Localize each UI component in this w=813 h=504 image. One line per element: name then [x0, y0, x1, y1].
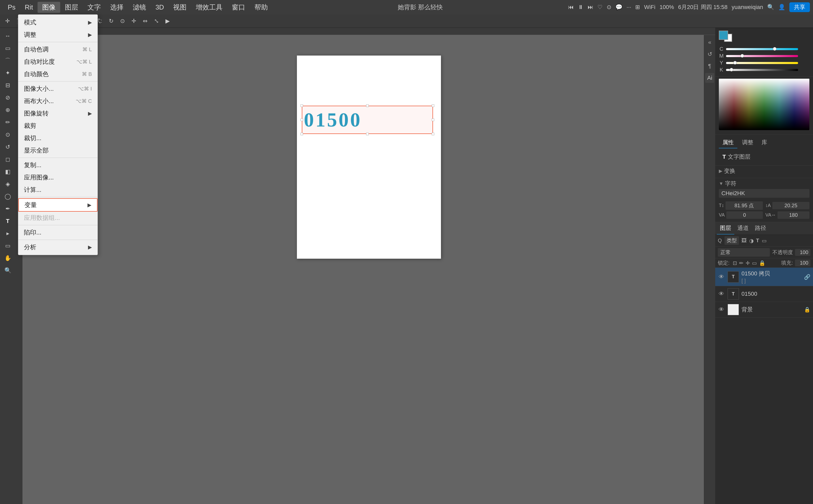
menu-item-rit[interactable]: Rit — [20, 2, 38, 12]
text-layer-container[interactable]: 01500 — [302, 106, 433, 134]
transform-handle-tm[interactable] — [366, 104, 369, 107]
prop-tab-library[interactable]: 库 — [758, 137, 771, 148]
menu-auto-color[interactable]: 自动颜色 ⌘ B — [18, 68, 97, 80]
lock-artboard-icon[interactable]: ▭ — [752, 260, 757, 266]
layers-tab-layers[interactable]: 图层 — [717, 222, 734, 235]
transform-handle-ml[interactable] — [300, 119, 303, 121]
transform-handle-mr[interactable] — [432, 119, 434, 121]
font-name-display[interactable]: CHei2HK — [719, 189, 809, 198]
tool-blur[interactable]: ◈ — [2, 178, 13, 190]
more-icon[interactable]: ··· — [627, 4, 631, 11]
transform-handle-bm[interactable] — [366, 133, 369, 135]
layers-tab-channels[interactable]: 通道 — [734, 222, 752, 235]
tool-text[interactable]: T — [2, 215, 13, 227]
lock-transparent-icon[interactable]: ⊡ — [733, 260, 737, 266]
tool-shape[interactable]: ▭ — [2, 240, 13, 251]
m-slider[interactable] — [726, 55, 798, 57]
menu-auto-contrast[interactable]: 自动对比度 ⌥⌘ L — [18, 56, 97, 68]
lock-all-icon[interactable]: 🔒 — [759, 260, 765, 266]
layer-item-background[interactable]: 👁 背景 🔒 — [715, 302, 813, 318]
lock-image-icon[interactable]: ✏ — [739, 260, 744, 266]
tool-magic-wand[interactable]: ✦ — [2, 67, 13, 79]
layers-tab-paths[interactable]: 路径 — [752, 222, 769, 235]
menu-trap[interactable]: 陷印... — [18, 226, 97, 239]
3d-rotate-icon[interactable]: ↻ — [107, 17, 115, 25]
layer-filter-icon-shape[interactable]: ▭ — [762, 238, 767, 244]
tool-eyedropper[interactable]: ⊘ — [2, 92, 13, 103]
tool-zoom[interactable]: 🔍 — [2, 265, 13, 276]
lock-position-icon[interactable]: ✛ — [746, 260, 750, 266]
transform-handle-br[interactable] — [432, 133, 434, 135]
c-thumb[interactable] — [773, 47, 776, 51]
canvas-area[interactable]: 01500 — [23, 35, 715, 504]
transform-handle-tr[interactable] — [432, 104, 434, 107]
tool-pen[interactable]: ✒ — [2, 203, 13, 214]
fill-value[interactable]: 100 — [795, 259, 810, 266]
menu-reveal-all[interactable]: 显示全部 — [18, 144, 97, 157]
layer-visibility-icon-3[interactable]: 👁 — [718, 306, 725, 313]
paragraph-icon[interactable]: ¶ — [705, 61, 715, 71]
tool-spot-heal[interactable]: ⊕ — [2, 104, 13, 116]
menu-calculate[interactable]: 计算... — [18, 184, 97, 196]
tool-crop[interactable]: ⊟ — [2, 80, 13, 91]
layer-filter-icon-adj[interactable]: ◑ — [749, 238, 754, 244]
y-thumb[interactable] — [733, 61, 737, 65]
tool-path-select[interactable]: ▸ — [2, 228, 13, 239]
transform-handle-bl[interactable] — [300, 133, 303, 135]
menu-trim[interactable]: 裁切... — [18, 132, 97, 144]
playback-prev-icon[interactable]: ⏮ — [568, 4, 574, 11]
layer-type-filter[interactable]: 类型 — [725, 236, 739, 245]
collapse-icon[interactable]: « — [705, 38, 715, 47]
menu-item-select[interactable]: 选择 — [105, 2, 128, 13]
tool-history-brush[interactable]: ↺ — [2, 141, 13, 153]
layer-item-01500-copy[interactable]: 👁 T 01500 拷贝 [ ] 🔗 — [715, 268, 813, 286]
3d-orbit-icon[interactable]: ⊙ — [118, 17, 127, 25]
search-layers-icon[interactable]: Q — [718, 238, 722, 244]
move-tool-icon[interactable]: ✛ — [3, 17, 12, 25]
menu-item-text[interactable]: 文字 — [83, 2, 105, 13]
menu-image-mode[interactable]: 模式 ▶ — [18, 16, 97, 29]
menu-item-3d[interactable]: 3D — [151, 2, 168, 12]
transform-header[interactable]: ▶ 变换 — [719, 167, 809, 175]
menu-item-plugins[interactable]: 增效工具 — [191, 2, 227, 13]
ai-label[interactable]: Ai — [705, 73, 715, 83]
font-size-value[interactable]: 81.95 点 — [726, 201, 763, 210]
prop-tab-adjustments[interactable]: 调整 — [738, 137, 757, 148]
tool-dodge[interactable]: ◯ — [2, 191, 13, 202]
menu-image-size[interactable]: 图像大小... ⌥⌘ I — [18, 83, 97, 95]
grid-icon[interactable]: ⊞ — [635, 4, 640, 11]
menu-auto-tone[interactable]: 自动色调 ⌘ L — [18, 43, 97, 56]
layer-visibility-icon-2[interactable]: 👁 — [718, 291, 725, 297]
menu-item-window[interactable]: 窗口 — [227, 2, 250, 13]
3d-pan-icon[interactable]: ✛ — [129, 17, 138, 25]
c-slider[interactable] — [726, 48, 798, 50]
layer-link-icon-1[interactable]: 🔗 — [804, 274, 810, 280]
3d-scale-icon[interactable]: ⤡ — [152, 17, 161, 25]
menu-item-filter[interactable]: 滤镜 — [128, 2, 151, 13]
menu-apply-image[interactable]: 应用图像... — [18, 171, 97, 184]
color-spectrum[interactable] — [719, 79, 809, 130]
menu-image-rotate[interactable]: 图像旋转 ▶ — [18, 107, 97, 120]
tool-hand[interactable]: ✋ — [2, 253, 13, 264]
transform-handle-tl[interactable] — [300, 104, 303, 107]
menu-item-view[interactable]: 视图 — [168, 2, 191, 13]
layer-filter-icon-image[interactable]: 🖼 — [742, 238, 747, 244]
tool-gradient[interactable]: ◧ — [2, 166, 13, 177]
prop-tab-attributes[interactable]: 属性 — [719, 137, 737, 148]
k-slider[interactable] — [726, 69, 798, 71]
search-icon[interactable]: 🔍 — [767, 4, 774, 11]
menu-item-image[interactable]: 图像 — [38, 2, 60, 13]
foreground-color-swatch[interactable] — [719, 31, 728, 40]
tool-move[interactable]: ↔ — [2, 30, 13, 42]
menu-duplicate[interactable]: 复制... — [18, 159, 97, 171]
menu-analysis[interactable]: 分析 ▶ — [18, 241, 97, 253]
tool-lasso[interactable]: ⌒ — [2, 55, 13, 66]
menu-image-adjust[interactable]: 调整 ▶ — [18, 29, 97, 41]
menu-canvas-size[interactable]: 画布大小... ⌥⌘ C — [18, 95, 97, 107]
tool-rectangle-select[interactable]: ▭ — [2, 43, 13, 54]
menu-item-help[interactable]: 帮助 — [250, 2, 272, 13]
character-header[interactable]: ▼ 字符 — [719, 180, 809, 187]
history-icon[interactable]: ↺ — [705, 49, 715, 59]
canvas-text-01500[interactable]: 01500 — [304, 108, 362, 131]
heart-icon[interactable]: ♡ — [597, 4, 603, 11]
